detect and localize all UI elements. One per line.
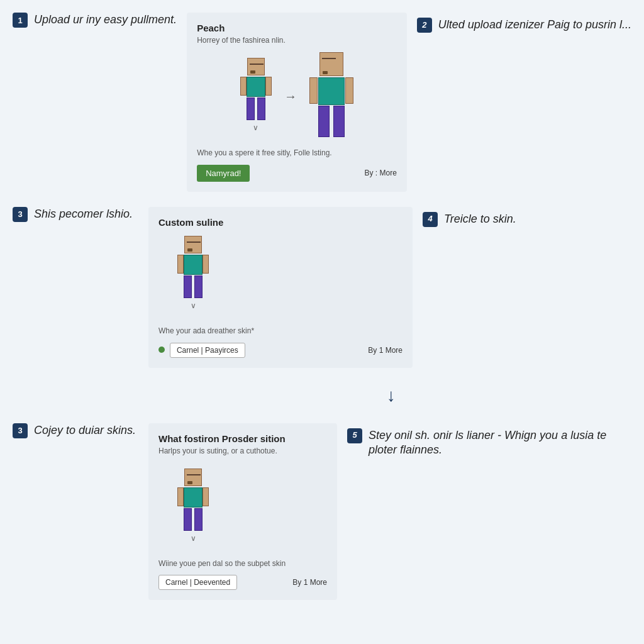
card-2-skin-area: ∨ xyxy=(158,230,402,318)
steve-large xyxy=(309,52,353,140)
steve-leg-left-3 xyxy=(184,508,192,531)
skin-figure-small: ∨ xyxy=(240,58,272,135)
steve-head-3 xyxy=(184,469,202,486)
card-2: Custom suline ∨ Whe your ada dreather s xyxy=(148,207,413,368)
card-1-skin-area: ∨ → xyxy=(197,52,397,140)
step-3-label: 3 Shis pecomer lshio. xyxy=(13,207,138,222)
card-1-footer: Namyrad! By : More xyxy=(197,165,397,182)
step-badge-5: 5 xyxy=(347,428,362,443)
step-badge-2: 2 xyxy=(417,18,432,33)
steve-arm-right-2 xyxy=(203,255,209,274)
steve-3 xyxy=(177,469,209,531)
card-1-description: Whe you a spere it free sitly, Folle lst… xyxy=(197,148,397,158)
card-1-title: Peach xyxy=(197,23,397,33)
steve-body-lg xyxy=(318,77,345,105)
step-3b-text: Cojey to duiar skins. xyxy=(34,423,136,438)
step-4-label: 4 Treicle to skin. xyxy=(423,207,548,227)
row-3: 3 Cojey to duiar skins. What fostiron Pr… xyxy=(13,423,631,601)
steve-leg-left-2 xyxy=(184,275,192,298)
main-layout: 1 Upload ur iny easy pullment. Peach Hor… xyxy=(13,13,631,600)
step-1-label: 1 Upload ur iny easy pullment. xyxy=(13,13,177,28)
card-2-description: Whe your ada dreather skin* xyxy=(158,326,402,336)
steve-arm-right xyxy=(265,77,272,96)
card-1-subtitle: Horrey of the fashirea nlin. xyxy=(197,36,397,45)
card-1-by-more: By : More xyxy=(364,169,396,177)
steve-leg-right xyxy=(257,97,265,120)
row-1: 1 Upload ur iny easy pullment. Peach Hor… xyxy=(13,13,631,192)
steve-arm-right-3 xyxy=(203,487,209,506)
card-1: Peach Horrey of the fashirea nlin. ∨ xyxy=(187,13,407,192)
steve-head xyxy=(247,58,265,75)
row-2: 3 Shis pecomer lshio. Custom suline xyxy=(13,207,631,368)
chevron-3: ∨ xyxy=(191,534,196,543)
steve-arm-left-3 xyxy=(177,487,184,506)
steve-leg-right-2 xyxy=(194,275,203,298)
step-4-text: Treicle to skin. xyxy=(444,212,516,226)
steve-body-2 xyxy=(184,255,203,275)
card-3-subtitle: Harlps your is suting, or a cuthotue. xyxy=(158,447,327,455)
card-3-footer: Carnel | Deevented By 1 More xyxy=(158,575,327,590)
steve-leg-left-lg xyxy=(318,106,330,137)
card-2-button[interactable]: Carnel | Paayirces xyxy=(170,343,245,358)
steve-leg-left xyxy=(247,97,255,120)
step-2-text: Ulted upload izenizer Paig to pusrin l..… xyxy=(438,18,631,32)
steve-arm-right-lg xyxy=(345,77,353,104)
steve-arm-left-lg xyxy=(309,77,318,104)
steve-body xyxy=(247,77,265,97)
steve-arm-left-2 xyxy=(177,255,184,274)
step-badge-1: 1 xyxy=(13,13,28,28)
step-1-text: Upload ur iny easy pullment. xyxy=(34,13,177,27)
chevron-2: ∨ xyxy=(191,301,196,310)
step-badge-3: 3 xyxy=(13,207,28,222)
arrow-down-icon: ↓ xyxy=(151,386,631,406)
steve-body-3 xyxy=(184,487,203,508)
author-dot-2 xyxy=(158,347,165,353)
card-3-button[interactable]: Carnel | Deevented xyxy=(158,575,237,590)
arrow-down-container: ↓ xyxy=(151,383,631,408)
step-3-text: Shis pecomer lshio. xyxy=(34,207,133,221)
step-5-text: Stey onil sh. onir ls lianer - Whign you… xyxy=(369,428,631,458)
chevron-1: ∨ xyxy=(253,123,258,132)
skin-figure-large xyxy=(309,52,353,140)
card-2-author: Carnel | Paayirces xyxy=(158,343,245,358)
step-3b-label: 3 Cojey to duiar skins. xyxy=(13,423,138,438)
arrow-right-1: → xyxy=(284,89,297,104)
step-badge-3b: 3 xyxy=(13,423,28,438)
card-3-description: Wiine youe pen dal so the subpet skin xyxy=(158,558,327,569)
card-1-button[interactable]: Namyrad! xyxy=(197,165,250,182)
card-2-footer: Carnel | Paayirces By 1 More xyxy=(158,343,402,358)
steve-head-2 xyxy=(184,236,202,253)
step-badge-4: 4 xyxy=(423,212,438,227)
steve-small xyxy=(240,58,272,121)
card-2-title: Custom suline xyxy=(158,217,402,228)
skin-figure-3: ∨ xyxy=(177,469,209,545)
steve-2 xyxy=(177,236,209,299)
steve-arm-left xyxy=(240,77,247,96)
card-3: What fostiron Prosder sition Harlps your… xyxy=(148,423,337,601)
step-2-label: 2 Ulted upload izenizer Paig to pusrin l… xyxy=(417,13,631,33)
card-2-by-more: By 1 More xyxy=(368,346,402,355)
step-5-label: 5 Stey onil sh. onir ls lianer - Whign y… xyxy=(347,423,631,458)
steve-leg-right-3 xyxy=(194,508,203,531)
card-3-title: What fostiron Prosder sition xyxy=(158,433,327,444)
skin-figure-2: ∨ xyxy=(177,236,209,313)
card-3-by-more: By 1 More xyxy=(292,578,327,587)
card-3-skin-area: ∨ xyxy=(158,463,327,551)
steve-leg-right-lg xyxy=(333,106,345,137)
steve-head-lg xyxy=(319,52,343,76)
